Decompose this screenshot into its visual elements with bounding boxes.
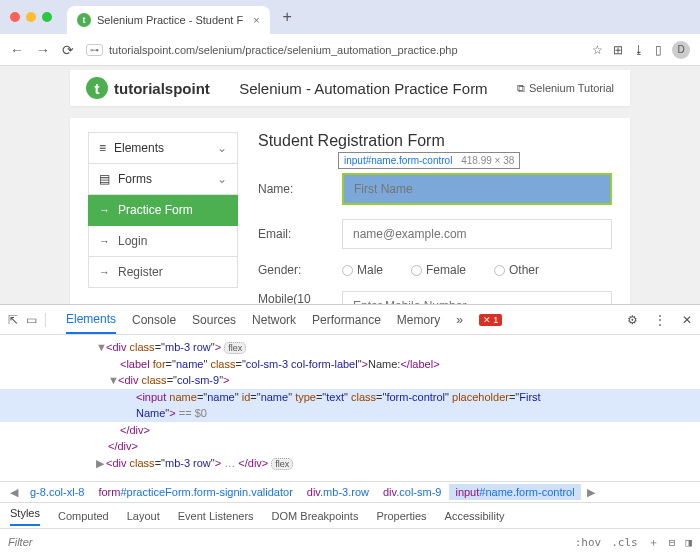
devtools: ⇱ ▭ Elements Console Sources Network Per… — [0, 304, 700, 555]
gender-male-radio[interactable]: Male — [342, 263, 383, 277]
inspector-tooltip: input#name.form-control 418.99 × 38 — [338, 152, 520, 169]
tab-sources[interactable]: Sources — [192, 307, 236, 333]
browser-toolbar: ← → ⟳ ⊶ tutorialspoint.com/selenium/prac… — [0, 34, 700, 66]
mobile-label: Mobile(10 Digits): — [258, 292, 342, 304]
browser-tab[interactable]: t Selenium Practice - Student F × — [67, 6, 270, 34]
tab-console[interactable]: Console — [132, 307, 176, 333]
cls-toggle[interactable]: .cls — [611, 536, 638, 549]
tab-computed[interactable]: Computed — [58, 510, 109, 522]
settings-icon[interactable]: ⚙ — [627, 313, 638, 327]
site-info-icon[interactable]: ⊶ — [86, 44, 103, 56]
sidebar-item-practice-form[interactable]: → Practice Form — [88, 195, 238, 226]
inspect-element-icon[interactable]: ⇱ — [8, 313, 18, 327]
page-header: t tutorialspoint Selenium - Automation P… — [70, 70, 630, 106]
tab-elements[interactable]: Elements — [66, 306, 116, 334]
email-label: Email: — [258, 227, 342, 241]
gender-female-radio[interactable]: Female — [411, 263, 466, 277]
forward-button[interactable]: → — [36, 42, 50, 58]
sidebar: ≡Elements ⌄ ▤Forms ⌄ → Practice Form → L… — [88, 132, 238, 304]
extensions-icon[interactable]: ⊞ — [613, 43, 623, 57]
brand[interactable]: t tutorialspoint — [86, 77, 210, 99]
content-card: ≡Elements ⌄ ▤Forms ⌄ → Practice Form → L… — [70, 118, 630, 304]
mobile-input[interactable] — [342, 291, 612, 304]
dom-tree[interactable]: ▼<div class="mb-3 row">flex <label for="… — [0, 335, 700, 481]
tab-network[interactable]: Network — [252, 307, 296, 333]
styles-filter-input[interactable] — [8, 536, 565, 548]
tab-dom-breakpoints[interactable]: DOM Breakpoints — [272, 510, 359, 522]
tab-properties[interactable]: Properties — [376, 510, 426, 522]
tab-memory[interactable]: Memory — [397, 307, 440, 333]
name-label: Name: — [258, 182, 342, 196]
close-window-button[interactable] — [10, 12, 20, 22]
tab-performance[interactable]: Performance — [312, 307, 381, 333]
address-bar[interactable]: ⊶ tutorialspoint.com/selenium/practice/s… — [86, 44, 580, 56]
device-toggle-icon[interactable]: ▭ — [26, 313, 37, 327]
gender-label: Gender: — [258, 263, 342, 277]
breadcrumb-item[interactable]: div.col-sm-9 — [377, 484, 447, 500]
url-text: tutorialspoint.com/selenium/practice/sel… — [109, 44, 458, 56]
arrow-right-icon: → — [99, 266, 110, 278]
form-area: Student Registration Form input#name.for… — [258, 132, 612, 304]
favicon: t — [77, 13, 91, 27]
breadcrumb-scroll-right[interactable]: ▶ — [583, 486, 599, 499]
computed-sidebar-icon[interactable]: ⊟ — [669, 536, 676, 549]
arrow-right-icon: → — [99, 235, 110, 247]
tutorial-link[interactable]: ⧉ Selenium Tutorial — [517, 82, 614, 95]
back-button[interactable]: ← — [10, 42, 24, 58]
tab-event-listeners[interactable]: Event Listeners — [178, 510, 254, 522]
sidebar-item-elements[interactable]: ≡Elements ⌄ — [88, 132, 238, 164]
breadcrumb-item[interactable]: g-8.col-xl-8 — [24, 484, 90, 500]
reload-button[interactable]: ⟳ — [62, 42, 74, 58]
email-input[interactable] — [342, 219, 612, 249]
kebab-menu-icon[interactable]: ⋮ — [654, 313, 666, 327]
reader-icon[interactable]: ▯ — [655, 43, 662, 57]
form-icon: ▤ — [99, 172, 110, 186]
name-input[interactable] — [342, 173, 612, 205]
download-icon[interactable]: ⭳ — [633, 43, 645, 57]
styles-tabs: Styles Computed Layout Event Listeners D… — [0, 503, 700, 529]
brand-name: tutorialspoint — [114, 80, 210, 97]
page-viewport: t tutorialspoint Selenium - Automation P… — [0, 66, 700, 304]
bookmark-icon[interactable]: ☆ — [592, 43, 603, 57]
breadcrumb-scroll-left[interactable]: ◀ — [6, 486, 22, 499]
close-tab-icon[interactable]: × — [253, 14, 259, 26]
close-devtools-icon[interactable]: ✕ — [682, 313, 692, 327]
new-style-button[interactable]: ＋ — [648, 535, 659, 550]
dom-breadcrumbs: ◀ g-8.col-xl-8 form#practiceForm.form-si… — [0, 481, 700, 503]
sidebar-item-login[interactable]: → Login — [88, 226, 238, 257]
external-link-icon: ⧉ — [517, 82, 525, 95]
hov-toggle[interactable]: :hov — [575, 536, 602, 549]
arrow-right-icon: → — [99, 204, 110, 216]
panel-layout-icon[interactable]: ◨ — [685, 536, 692, 549]
breadcrumb-item[interactable]: form#practiceForm.form-signin.validator — [92, 484, 298, 500]
gender-other-radio[interactable]: Other — [494, 263, 539, 277]
chevron-down-icon: ⌄ — [217, 141, 227, 155]
profile-avatar[interactable]: D — [672, 41, 690, 59]
tab-title: Selenium Practice - Student F — [97, 14, 243, 26]
devtools-tabs: ⇱ ▭ Elements Console Sources Network Per… — [0, 305, 700, 335]
error-badge[interactable]: ✕ 1 — [479, 314, 503, 326]
page-title: Selenium - Automation Practice Form — [239, 80, 487, 97]
tab-layout[interactable]: Layout — [127, 510, 160, 522]
more-tabs-icon[interactable]: » — [456, 313, 463, 327]
breadcrumb-item[interactable]: div.mb-3.row — [301, 484, 375, 500]
brand-logo: t — [86, 77, 108, 99]
sidebar-item-forms[interactable]: ▤Forms ⌄ — [88, 164, 238, 195]
styles-filter-bar: :hov .cls ＋ ⊟ ◨ — [0, 529, 700, 555]
list-icon: ≡ — [99, 141, 106, 155]
new-tab-button[interactable]: + — [283, 8, 292, 26]
maximize-window-button[interactable] — [42, 12, 52, 22]
browser-titlebar: t Selenium Practice - Student F × + — [0, 0, 700, 34]
tab-styles[interactable]: Styles — [10, 507, 40, 526]
tab-accessibility[interactable]: Accessibility — [445, 510, 505, 522]
window-controls — [10, 12, 52, 22]
breadcrumb-item-active[interactable]: input#name.form-control — [449, 484, 580, 500]
minimize-window-button[interactable] — [26, 12, 36, 22]
chevron-down-icon: ⌄ — [217, 172, 227, 186]
form-heading: Student Registration Form — [258, 132, 612, 150]
sidebar-item-register[interactable]: → Register — [88, 257, 238, 288]
